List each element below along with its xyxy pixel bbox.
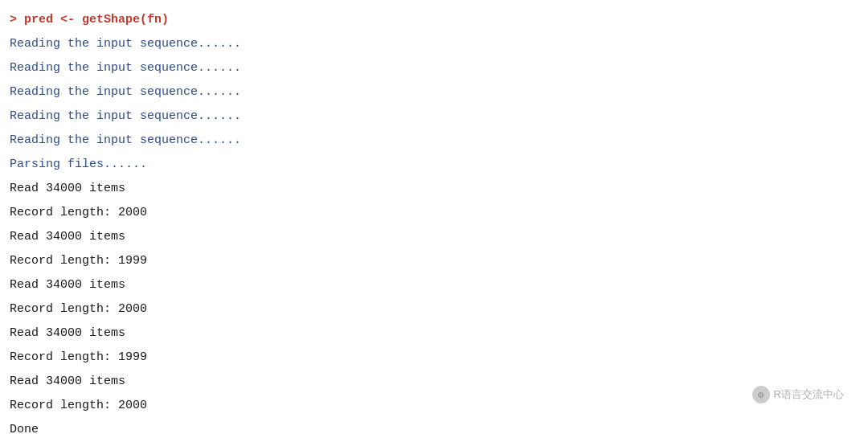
output-line-9: Record length: 1999 <box>10 249 858 273</box>
watermark: ⚙ R语言交流中心 <box>752 386 844 403</box>
output-line-7: Record length: 2000 <box>10 201 858 225</box>
output-line-16: Done <box>10 418 858 434</box>
watermark-icon: ⚙ <box>752 386 770 403</box>
watermark-text: R语言交流中心 <box>774 387 844 402</box>
output-line-14: Read 34000 items <box>10 370 858 394</box>
output-line-5: Parsing files...... <box>10 153 858 177</box>
output-line-3: Reading the input sequence...... <box>10 104 858 129</box>
output-line-11: Record length: 2000 <box>10 297 858 321</box>
output-line-8: Read 34000 items <box>10 225 858 249</box>
output-lines: Reading the input sequence......Reading … <box>10 32 858 434</box>
output-line-6: Read 34000 items <box>10 177 858 201</box>
output-line-0: Reading the input sequence...... <box>10 32 858 56</box>
output-line-4: Reading the input sequence...... <box>10 129 858 153</box>
command-line: > pred <- getShape(fn) <box>10 8 858 32</box>
output-line-12: Read 34000 items <box>10 321 858 346</box>
output-line-15: Record length: 2000 <box>10 394 858 418</box>
console-container: > pred <- getShape(fn) Reading the input… <box>0 0 868 434</box>
output-line-2: Reading the input sequence...... <box>10 80 858 104</box>
output-line-10: Read 34000 items <box>10 273 858 297</box>
output-line-1: Reading the input sequence...... <box>10 56 858 80</box>
output-line-13: Record length: 1999 <box>10 346 858 370</box>
